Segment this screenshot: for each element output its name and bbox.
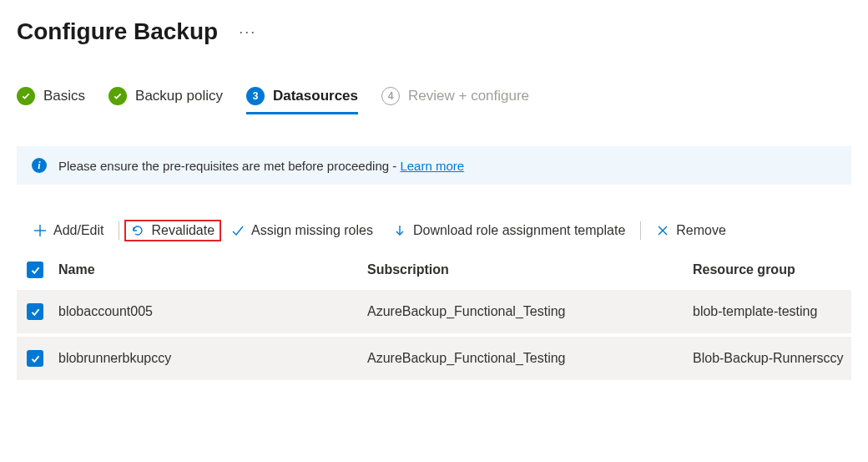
- col-subscription[interactable]: Subscription: [367, 262, 693, 277]
- download-template-button[interactable]: Download role assignment template: [383, 218, 635, 243]
- button-label: Download role assignment template: [413, 223, 625, 238]
- remove-button[interactable]: Remove: [646, 218, 736, 243]
- col-resource-group[interactable]: Resource group: [693, 262, 851, 277]
- step-number-icon: 3: [246, 87, 265, 105]
- info-text: Please ensure the pre-requisites are met…: [58, 159, 464, 173]
- page-title: Configure Backup: [17, 18, 218, 45]
- cell-subscription: AzureBackup_Functional_Testing: [367, 304, 693, 319]
- cell-resource-group: blob-template-testing: [693, 304, 851, 319]
- tab-label: Datasources: [273, 88, 358, 104]
- button-label: Assign missing roles: [251, 223, 373, 238]
- table-header: Name Subscription Resource group: [17, 253, 851, 287]
- step-number-icon: 4: [381, 87, 400, 105]
- download-icon: [393, 224, 406, 237]
- cell-name: blobaccount005: [58, 304, 367, 319]
- info-banner: i Please ensure the pre-requisites are m…: [17, 146, 851, 185]
- title-bar: Configure Backup ···: [17, 18, 851, 45]
- button-label: Add/Edit: [53, 223, 103, 238]
- table-row[interactable]: blobrunnerbkupccy AzureBackup_Functional…: [17, 337, 851, 380]
- tab-label: Review + configure: [408, 88, 529, 104]
- row-checkbox[interactable]: [27, 350, 43, 367]
- cell-name: blobrunnerbkupccy: [58, 351, 367, 366]
- button-label: Revalidate: [151, 223, 214, 238]
- info-icon: i: [32, 158, 47, 173]
- check-icon: [17, 87, 35, 105]
- row-checkbox[interactable]: [27, 303, 43, 320]
- datasources-table: Name Subscription Resource group blobacc…: [17, 253, 851, 380]
- check-icon: [231, 224, 245, 237]
- learn-more-link[interactable]: Learn more: [400, 159, 464, 173]
- wizard-tabs: Basics Backup policy 3 Datasources 4 Rev…: [17, 87, 851, 114]
- tab-label: Backup policy: [135, 88, 223, 104]
- add-edit-button[interactable]: Add/Edit: [23, 218, 114, 243]
- toolbar: Add/Edit Revalidate Assign missing roles…: [17, 218, 851, 243]
- more-actions-button[interactable]: ···: [239, 23, 256, 41]
- plus-icon: [33, 224, 47, 237]
- refresh-icon: [131, 224, 144, 237]
- revalidate-button[interactable]: Revalidate: [124, 220, 221, 241]
- tab-review-configure[interactable]: 4 Review + configure: [381, 87, 529, 114]
- cell-resource-group: Blob-Backup-Runnersccy: [693, 351, 851, 366]
- tab-backup-policy[interactable]: Backup policy: [108, 87, 223, 114]
- separator: [640, 221, 641, 240]
- table-row[interactable]: blobaccount005 AzureBackup_Functional_Te…: [17, 290, 851, 333]
- tab-label: Basics: [43, 88, 85, 104]
- assign-roles-button[interactable]: Assign missing roles: [221, 218, 383, 243]
- tab-basics[interactable]: Basics: [17, 87, 85, 114]
- col-name[interactable]: Name: [58, 262, 367, 277]
- button-label: Remove: [676, 223, 726, 238]
- select-all-checkbox[interactable]: [27, 261, 43, 278]
- check-icon: [108, 87, 127, 105]
- tab-datasources[interactable]: 3 Datasources: [246, 87, 358, 114]
- cell-subscription: AzureBackup_Functional_Testing: [367, 351, 693, 366]
- separator: [119, 221, 119, 240]
- close-icon: [656, 224, 669, 237]
